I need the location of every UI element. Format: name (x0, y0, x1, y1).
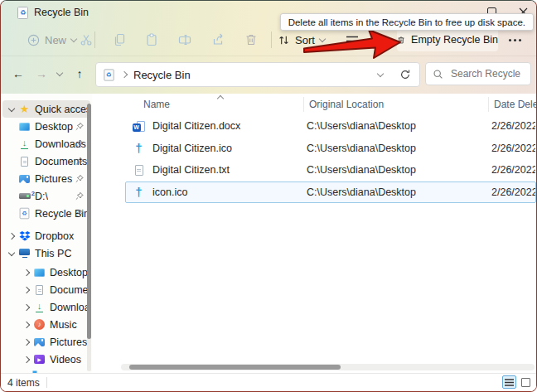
downloads-icon (19, 138, 30, 149)
downloads-icon (34, 302, 45, 312)
sidebar-item-label: Dropbox (35, 230, 74, 242)
sort-button[interactable]: Sort (274, 29, 328, 51)
chevron-right-icon[interactable] (23, 286, 30, 293)
sidebar-item-pc-desktop[interactable]: Desktop (2, 264, 90, 281)
empty-recycle-bin-button[interactable]: Empty Recycle Bin (397, 28, 498, 51)
cut-button[interactable] (75, 29, 98, 51)
sidebar-item-pc-documents[interactable]: Documents (2, 281, 90, 298)
status-bar: 4 items (1, 373, 536, 391)
back-button[interactable]: ← (7, 63, 29, 85)
file-date-deleted: 2/26/2022 5:2 (491, 164, 535, 176)
horizontal-scrollbar[interactable] (121, 364, 535, 370)
address-row: ← → ↑ Recycle Bin (1, 56, 536, 94)
videos-icon (34, 355, 45, 364)
sidebar-item-label: Downloads (50, 302, 90, 313)
sidebar-scrollbar[interactable] (87, 104, 91, 371)
sidebar-item-this-pc[interactable]: This PC (2, 244, 90, 262)
chevron-right-icon[interactable] (23, 321, 30, 327)
sidebar-item-label: Quick access (35, 104, 90, 115)
sidebar-item-desktop[interactable]: Desktop (2, 118, 90, 135)
file-row-digital-citizen-txt[interactable]: Digital Citizen.txt C:\Users\diana\Deskt… (125, 159, 536, 181)
file-row-digital-citizen-ico[interactable]: Digital Citizen.ico C:\Users\diana\Deskt… (125, 138, 536, 160)
file-date-deleted: 2/26/2022 5:2 (491, 186, 535, 198)
items-count: 4 items (7, 377, 40, 389)
sidebar-item-documents[interactable]: Documents (2, 152, 90, 170)
copy-button[interactable] (108, 29, 131, 51)
sidebar-item-dropbox[interactable]: Dropbox (2, 227, 90, 244)
chevron-right-icon[interactable] (8, 232, 15, 239)
file-list-panel: Name Original Location Date Deleted Digi… (92, 94, 536, 374)
drive-icon (19, 193, 31, 199)
documents-icon (21, 157, 28, 167)
desktop-icon (19, 123, 30, 131)
status-separator (46, 377, 47, 388)
chevron-down-icon (319, 36, 326, 42)
monitor-icon (19, 249, 30, 258)
chevron-right-icon[interactable] (23, 269, 30, 275)
large-icons-view-button[interactable] (519, 375, 533, 389)
new-button[interactable]: New (22, 29, 81, 51)
sidebar-item-pc-videos[interactable]: Videos (2, 351, 90, 368)
sidebar-item-pc-pictures[interactable]: Pictures (2, 333, 90, 351)
chevron-right-icon[interactable] (23, 303, 30, 310)
sidebar-item-pc-music[interactable]: Music (2, 316, 90, 333)
delete-button[interactable] (239, 29, 263, 51)
recent-locations-button[interactable] (52, 63, 67, 85)
tooltip: Delete all items in the Recycle Bin to f… (280, 13, 534, 31)
pictures-icon (19, 175, 30, 183)
star-icon: ★ (20, 104, 30, 114)
sidebar-item-quick-access[interactable]: ★ Quick access (2, 100, 90, 118)
details-view-button[interactable] (502, 375, 516, 389)
txt-file-icon (135, 165, 143, 176)
see-more-button[interactable] (501, 29, 528, 51)
tooltip-text: Delete all items in the Recycle Bin to f… (288, 17, 525, 27)
column-header-original-location[interactable]: Original Location (303, 97, 488, 112)
view-button[interactable] (346, 35, 359, 50)
word-doc-icon (133, 121, 146, 132)
sidebar-item-d-drive[interactable]: 2 D:\ (2, 187, 90, 205)
search-input[interactable] (449, 67, 524, 80)
recycle-bin-icon (104, 69, 114, 80)
sidebar-scrollbar-thumb[interactable] (87, 104, 91, 339)
file-date-deleted: 2/26/2022 5:2 (491, 120, 535, 132)
sidebar-item-pc-downloads[interactable]: Downloads (2, 298, 90, 316)
address-bar[interactable]: Recycle Bin (95, 62, 420, 87)
rename-button[interactable] (173, 29, 196, 51)
cut-icon (80, 33, 93, 46)
breadcrumb[interactable]: Recycle Bin (133, 69, 191, 81)
rename-icon (178, 33, 191, 46)
share-icon (212, 33, 225, 46)
sort-button-label: Sort (295, 34, 315, 46)
file-row-digital-citizen-docx[interactable]: Digital Citizen.docx C:\Users\diana\Desk… (125, 115, 536, 138)
sidebar-item-downloads[interactable]: Downloads (2, 135, 90, 152)
documents-icon (36, 285, 43, 295)
horizontal-scrollbar-thumb[interactable] (129, 365, 341, 370)
pin-icon (75, 209, 84, 220)
sidebar-item-label: Desktop (35, 121, 73, 133)
file-row-icon-ico[interactable]: icon.ico C:\Users\diana\Desktop 2/26/202… (125, 181, 536, 204)
chevron-down-icon[interactable] (8, 104, 15, 111)
file-name: Digital Citizen.ico (152, 143, 307, 154)
up-button[interactable]: ↑ (69, 63, 90, 85)
sidebar-item-label: D:\ (35, 191, 48, 202)
chevron-right-icon[interactable] (23, 356, 30, 362)
paste-button[interactable] (140, 29, 163, 51)
column-header-name[interactable]: Name (119, 97, 303, 112)
sidebar-item-recycle-bin[interactable]: Recycle Bin (2, 205, 90, 222)
chevron-down-icon[interactable] (8, 249, 15, 255)
chevron-right-icon[interactable] (23, 338, 30, 345)
pin-icon (75, 139, 84, 151)
sidebar-item-label: Documents (50, 284, 90, 296)
recycle-bin-icon (20, 208, 30, 220)
address-dropdown-icon[interactable] (377, 70, 384, 77)
forward-button[interactable]: → (31, 63, 52, 85)
sidebar-item-pictures[interactable]: Pictures (2, 170, 90, 187)
search-box[interactable] (425, 62, 531, 85)
pin-icon (75, 157, 84, 168)
column-header-date-deleted[interactable]: Date Deleted (488, 97, 536, 112)
paste-icon (145, 33, 158, 46)
trash-icon (244, 33, 258, 46)
share-button[interactable] (207, 29, 230, 51)
refresh-icon[interactable] (399, 69, 411, 80)
file-date-deleted: 2/26/2022 5:2 (491, 143, 535, 154)
